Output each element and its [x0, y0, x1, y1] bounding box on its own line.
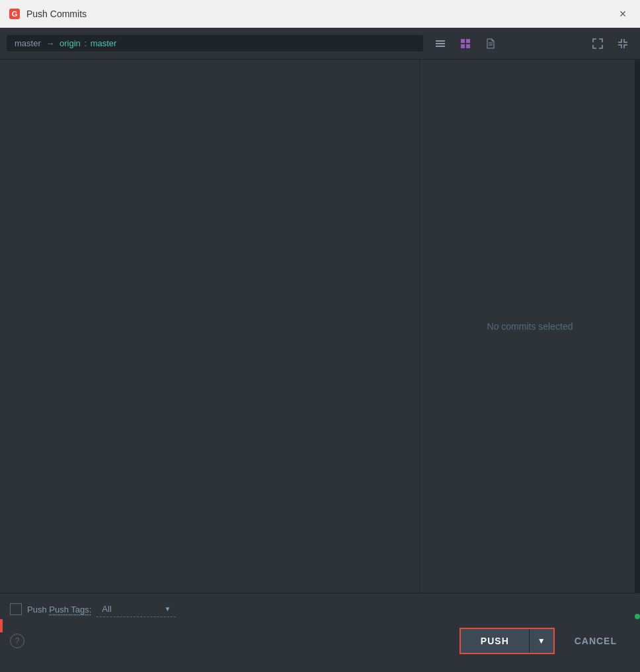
status-dot: [635, 614, 640, 619]
commit-list-panel: [0, 59, 420, 593]
main-content: No commits selected: [0, 59, 640, 593]
svg-rect-4: [436, 46, 445, 47]
help-icon[interactable]: ?: [10, 634, 24, 648]
help-symbol: ?: [15, 636, 20, 646]
cancel-button[interactable]: CANCEL: [561, 629, 630, 653]
target-branch-link[interactable]: master: [91, 38, 117, 48]
push-dropdown-arrow-icon: ▼: [538, 636, 545, 646]
expand-button[interactable]: [587, 33, 608, 54]
push-tags-checkbox[interactable]: [10, 603, 22, 615]
file-view-button[interactable]: [480, 33, 501, 54]
toolbar-right-icons: [587, 33, 633, 54]
window-scrollbar[interactable]: [635, 59, 640, 593]
toolbar-icons: [430, 33, 501, 54]
local-branch-label: master: [15, 38, 41, 48]
push-tags-dropdown[interactable]: All ▼: [97, 601, 176, 617]
push-tags-label: Push Push Tags:: [27, 605, 91, 615]
svg-rect-8: [466, 44, 470, 48]
svg-rect-3: [436, 43, 445, 44]
svg-text:G: G: [12, 10, 18, 18]
push-tags-underline-label: Push Tags:: [49, 605, 91, 615]
remote-name-link[interactable]: origin: [60, 38, 81, 48]
push-button-group: PUSH ▼: [460, 628, 555, 654]
dropdown-arrow-icon: ▼: [164, 605, 171, 613]
grid-view-button[interactable]: [455, 33, 476, 54]
branch-selector: master → origin : master: [7, 35, 423, 52]
push-tags-option: All: [102, 604, 111, 614]
title-bar: G Push Commits ×: [0, 0, 640, 28]
app-icon: G: [8, 7, 21, 20]
branch-arrow: →: [46, 38, 54, 48]
branch-separator: :: [84, 38, 87, 48]
push-commits-window: G Push Commits × master → origin : maste…: [0, 0, 640, 672]
push-tags-row: Push Push Tags: All ▼: [0, 593, 640, 622]
svg-rect-7: [461, 44, 465, 48]
branch-bar: master → origin : master: [0, 28, 640, 59]
bottom-bar: Push Push Tags: All ▼ ? PUSH ▼ CANCEL: [0, 593, 640, 672]
close-button[interactable]: ×: [614, 5, 632, 23]
svg-rect-2: [436, 40, 445, 42]
window-title: Push Commits: [26, 9, 87, 19]
left-edge-indicator: [0, 619, 3, 632]
action-row: ? PUSH ▼ CANCEL: [0, 622, 640, 659]
svg-rect-5: [461, 39, 465, 43]
collapse-button[interactable]: [612, 33, 633, 54]
diff-view-button[interactable]: [430, 33, 451, 54]
no-commits-text: No commits selected: [487, 321, 573, 332]
push-button[interactable]: PUSH: [461, 629, 529, 653]
svg-rect-6: [466, 39, 470, 43]
commit-detail-panel: No commits selected: [420, 59, 640, 593]
push-dropdown-button[interactable]: ▼: [529, 629, 553, 653]
